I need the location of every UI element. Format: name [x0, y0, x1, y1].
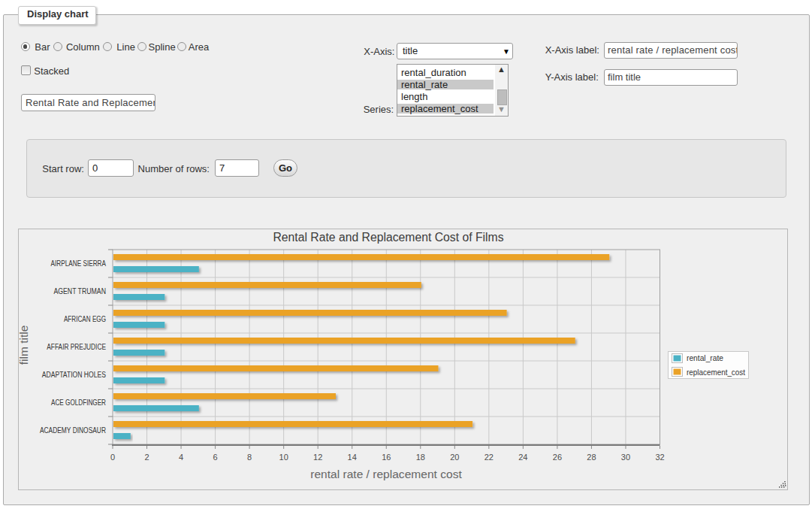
svg-text:26: 26	[553, 453, 562, 462]
svg-text:Rental Rate and Replacement Co: Rental Rate and Replacement Cost of Film…	[273, 231, 504, 244]
svg-text:22: 22	[484, 453, 494, 462]
svg-text:rental rate / replacement cost: rental rate / replacement cost	[310, 468, 462, 480]
svg-text:12: 12	[313, 453, 322, 462]
svg-text:ACE GOLDFINGER: ACE GOLDFINGER	[51, 398, 106, 407]
svg-text:ADAPTATION HOLES: ADAPTATION HOLES	[42, 371, 106, 379]
svg-text:8: 8	[247, 453, 252, 462]
svg-text:AIRPLANE SIERRA: AIRPLANE SIERRA	[51, 259, 107, 268]
svg-text:6: 6	[213, 453, 218, 462]
svg-text:0: 0	[110, 453, 115, 462]
svg-text:2: 2	[144, 453, 149, 462]
svg-text:replacement_cost: replacement_cost	[687, 368, 745, 377]
svg-text:rental_rate: rental_rate	[687, 353, 723, 362]
svg-text:16: 16	[382, 453, 391, 462]
svg-text:AGENT TRUMAN: AGENT TRUMAN	[53, 287, 106, 295]
svg-text:24: 24	[518, 453, 527, 462]
svg-text:AFRICAN EGG: AFRICAN EGG	[64, 315, 106, 323]
svg-text:10: 10	[279, 453, 288, 462]
svg-text:film title: film title	[19, 326, 30, 365]
svg-text:ACADEMY DINOSAUR: ACADEMY DINOSAUR	[40, 426, 106, 435]
svg-text:32: 32	[655, 453, 664, 462]
svg-text:30: 30	[621, 453, 630, 462]
svg-text:18: 18	[416, 453, 425, 462]
svg-text:20: 20	[450, 453, 459, 462]
svg-text:28: 28	[587, 453, 596, 462]
svg-text:4: 4	[179, 453, 183, 462]
svg-text:AFFAIR PREJUDICE: AFFAIR PREJUDICE	[47, 343, 106, 351]
svg-text:14: 14	[348, 453, 357, 462]
